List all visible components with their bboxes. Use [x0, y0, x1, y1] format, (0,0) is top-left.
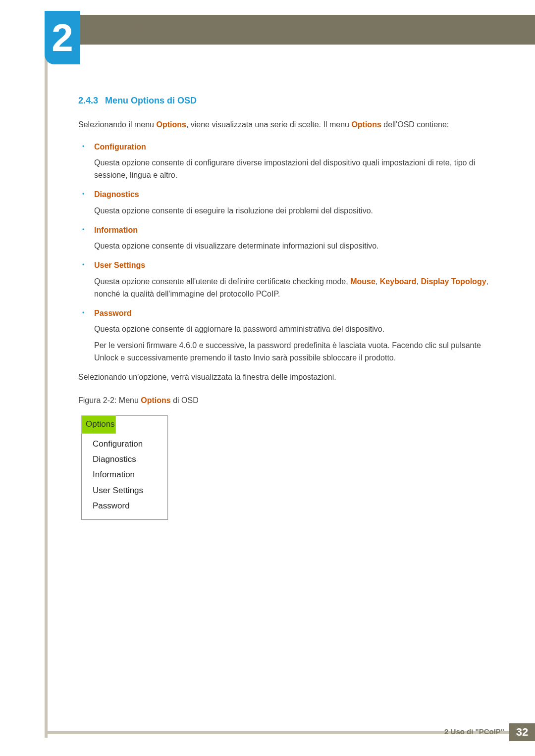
- section-number: 2.4.3: [78, 96, 98, 105]
- bullet-desc: Questa opzione consente di configurare d…: [94, 157, 490, 182]
- menu-item-information: Information: [82, 467, 167, 483]
- bullet-title: Configuration: [94, 141, 490, 153]
- menu-item-configuration: Configuration: [82, 437, 167, 452]
- after-list-paragraph: Selezionando un'opzione, verrà visualizz…: [78, 371, 490, 384]
- bullet-user-settings: User Settings Questa opzione consente al…: [78, 259, 490, 300]
- intro-post: dell'OSD contiene:: [381, 120, 449, 129]
- bullet-title: User Settings: [94, 259, 490, 272]
- intro-pre: Selezionando il menu: [78, 120, 156, 129]
- bullet-desc: Questa opzione consente di aggiornare la…: [94, 323, 490, 336]
- intro-paragraph: Selezionando il menu Options, viene visu…: [78, 119, 490, 131]
- figcap-post: di OSD: [171, 396, 199, 404]
- figcap-orange: Options: [141, 396, 170, 404]
- bullet-password: Password Questa opzione consente di aggi…: [78, 307, 490, 364]
- footer-page-block: 32: [509, 723, 535, 741]
- bullet-configuration: Configuration Questa opzione consente di…: [78, 141, 490, 182]
- section-title: Menu Options di OSD: [105, 96, 197, 105]
- options-menu-figure: Options Configuration Diagnostics Inform…: [81, 415, 168, 519]
- footer: 2 Uso di "PCoIP" 32: [0, 723, 535, 741]
- menu-item-password: Password: [82, 499, 167, 514]
- chapter-number: 2: [52, 15, 73, 60]
- bullet-title: Password: [94, 307, 490, 320]
- bullet-title: Diagnostics: [94, 189, 490, 201]
- us-keyboard: Keyboard: [380, 277, 417, 286]
- intro-options-1: Options: [156, 120, 186, 129]
- intro-mid: , viene visualizzata una serie di scelte…: [186, 120, 352, 129]
- us-display-topology: Display Topology: [421, 277, 486, 286]
- bullet-list: Configuration Questa opzione consente di…: [78, 141, 490, 364]
- bullet-desc-2: Per le versioni firmware 4.6.0 e success…: [94, 340, 490, 364]
- bullet-desc: Questa opzione consente di visualizzare …: [94, 240, 490, 252]
- menu-item-user-settings: User Settings: [82, 483, 167, 499]
- bullet-title: Information: [94, 224, 490, 237]
- bullet-diagnostics: Diagnostics Questa opzione consente di e…: [78, 189, 490, 217]
- bullet-desc: Questa opzione consente all'utente di de…: [94, 276, 490, 301]
- chapter-tab: 2: [45, 11, 80, 64]
- us-mouse: Mouse: [350, 277, 375, 286]
- us-pre: Questa opzione consente all'utente di de…: [94, 277, 350, 286]
- intro-options-2: Options: [351, 120, 381, 129]
- figure-caption: Figura 2-2: Menu Options di OSD: [78, 395, 490, 407]
- left-stripe: [45, 15, 48, 738]
- us-sep1: ,: [375, 277, 380, 286]
- chapter-title: Uso di "PCoIP": [97, 20, 204, 37]
- section-heading: 2.4.3Menu Options di OSD: [78, 94, 490, 108]
- content-area: 2.4.3Menu Options di OSD Selezionando il…: [78, 94, 490, 520]
- footer-page-number: 32: [516, 726, 528, 739]
- menu-item-diagnostics: Diagnostics: [82, 452, 167, 467]
- bullet-information: Information Questa opzione consente di v…: [78, 224, 490, 253]
- bullet-desc: Questa opzione consente di eseguire la r…: [94, 205, 490, 217]
- footer-label: 2 Uso di "PCoIP": [444, 727, 504, 736]
- menu-header: Options: [81, 415, 116, 433]
- figcap-pre: Figura 2-2: Menu: [78, 396, 141, 404]
